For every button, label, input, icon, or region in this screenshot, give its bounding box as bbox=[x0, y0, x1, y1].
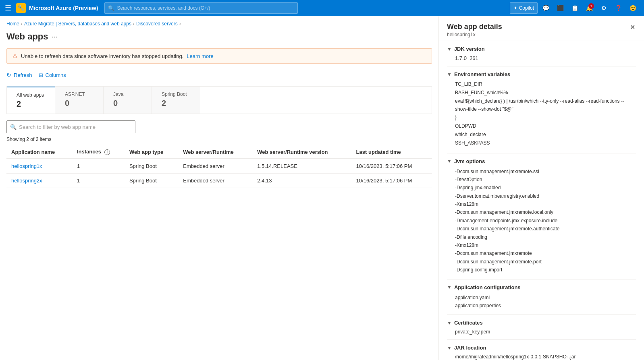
jar-location-section-header[interactable]: ▼ JAR location bbox=[447, 345, 636, 351]
jvm-option-item: -Dspring.jmx.enabled bbox=[455, 184, 636, 192]
cell-app-name[interactable]: hellospring1x bbox=[6, 159, 72, 174]
cell-web-server: Embedded server bbox=[178, 174, 252, 188]
app-configs-section-title: Application configurations bbox=[454, 284, 521, 290]
jvm-option-item: -Xmx128m bbox=[455, 241, 636, 249]
showing-count: Showing 2 of 2 items bbox=[6, 137, 432, 142]
jvm-option-item: -Dcom.sun.management.jmxremote.ssl bbox=[455, 168, 636, 176]
notifications-button[interactable]: 🔔 1 bbox=[583, 2, 596, 14]
search-input[interactable] bbox=[19, 124, 132, 130]
app-config-item: application.properties bbox=[455, 302, 636, 310]
warning-banner: ⚠ Unable to refresh data since software … bbox=[6, 48, 432, 64]
copilot-button[interactable]: ✦ Copilot bbox=[510, 2, 538, 14]
env-vars-section: ▼ Environment variables TC_LIB_DIRBASH_F… bbox=[447, 66, 636, 153]
cell-web-app-type: Spring Boot bbox=[125, 159, 178, 174]
category-java[interactable]: Java 0 bbox=[104, 87, 152, 114]
jdk-section: ▼ JDK version 1.7.0_261 bbox=[447, 41, 636, 66]
jdk-version-value: 1.7.0_261 bbox=[455, 55, 636, 61]
jvm-option-item: -Dspring.config.import bbox=[455, 266, 636, 274]
jvm-option-item: -Dcom.sun.management.jmxremote.authentic… bbox=[455, 225, 636, 233]
cell-last-updated: 10/16/2023, 5:17:06 PM bbox=[351, 159, 432, 174]
app-configs-list: application.yamlapplication.properties bbox=[455, 294, 636, 310]
jar-location-chevron-icon: ▼ bbox=[447, 345, 452, 351]
certificate-item: private_key.pem bbox=[455, 329, 636, 335]
web-apps-table: Application name Instances i Web app typ… bbox=[6, 145, 432, 188]
category-java-count: 0 bbox=[113, 99, 142, 108]
env-var-item: eval ${which_declare} ) | /usr/bin/which… bbox=[455, 97, 636, 113]
close-panel-button[interactable]: ✕ bbox=[629, 23, 636, 32]
cell-app-name[interactable]: hellospring2x bbox=[6, 174, 72, 188]
env-vars-chevron-icon: ▼ bbox=[447, 72, 452, 77]
feedback-button[interactable]: 💬 bbox=[539, 2, 552, 14]
env-var-item: OLDPWD bbox=[455, 122, 636, 130]
certificates-section-header[interactable]: ▼ Certificates bbox=[447, 320, 636, 326]
topbar: ☰ 🔧 Microsoft Azure (Preview) 🔍 ✦ Copilo… bbox=[0, 0, 644, 16]
feedback-smile-button[interactable]: 😊 bbox=[626, 2, 639, 14]
learn-more-link[interactable]: Learn more bbox=[187, 53, 213, 59]
search-icon: 🔍 bbox=[108, 5, 114, 11]
cloud-shell-button[interactable]: ⬛ bbox=[554, 2, 567, 14]
app-name-link[interactable]: hellospring1x bbox=[11, 163, 42, 169]
breadcrumb-home[interactable]: Home bbox=[6, 21, 19, 27]
cell-runtime-version: 1.5.14.RELEASE bbox=[252, 159, 351, 174]
col-app-name[interactable]: Application name bbox=[6, 145, 72, 159]
azure-logo: 🔧 bbox=[16, 3, 26, 13]
certificates-section: ▼ Certificates private_key.pem bbox=[447, 315, 636, 340]
env-var-item: which_declare bbox=[455, 131, 636, 139]
cell-instances: 1 bbox=[72, 174, 125, 188]
columns-button[interactable]: ⊞ Columns bbox=[39, 70, 66, 80]
global-search-input[interactable] bbox=[117, 5, 294, 11]
help-button[interactable]: ❓ bbox=[612, 2, 625, 14]
jdk-section-title: JDK version bbox=[454, 46, 485, 52]
breadcrumb: Home › Azure Migrate | Servers, database… bbox=[6, 16, 432, 30]
app-configs-section-header[interactable]: ▼ Application configurations bbox=[447, 284, 636, 290]
jvm-option-item: -Dcom.sun.management.jmxremote bbox=[455, 249, 636, 257]
jdk-chevron-icon: ▼ bbox=[447, 46, 452, 52]
col-web-server[interactable]: Web server/Runtime bbox=[178, 145, 252, 159]
jar-location-section-title: JAR location bbox=[454, 345, 486, 351]
table-row[interactable]: hellospring1x 1 Spring Boot Embedded ser… bbox=[6, 159, 432, 174]
hamburger-icon[interactable]: ☰ bbox=[5, 4, 11, 12]
topbar-actions: ✦ Copilot 💬 ⬛ 📋 🔔 1 ⚙ ❓ 😊 bbox=[510, 2, 639, 14]
notification-badge: 1 bbox=[588, 3, 594, 9]
jdk-section-header[interactable]: ▼ JDK version bbox=[447, 46, 636, 52]
app-name-link[interactable]: hellospring2x bbox=[11, 178, 42, 184]
table-row[interactable]: hellospring2x 1 Spring Boot Embedded ser… bbox=[6, 174, 432, 188]
directory-button[interactable]: 📋 bbox=[568, 2, 581, 14]
jvm-option-item: -Xms128m bbox=[455, 200, 636, 208]
app-title: Microsoft Azure (Preview) bbox=[29, 5, 98, 11]
instances-info-icon[interactable]: i bbox=[104, 149, 110, 155]
category-springboot[interactable]: Spring Boot 2 bbox=[152, 87, 200, 114]
page-title-more-button[interactable]: ··· bbox=[52, 33, 58, 41]
category-all-web-apps[interactable]: All web apps 2 bbox=[7, 87, 55, 114]
jvm-section-header[interactable]: ▼ Jvm options bbox=[447, 158, 636, 164]
search-box[interactable]: 🔍 bbox=[6, 120, 135, 133]
breadcrumb-discovered-servers[interactable]: Discovered servers bbox=[136, 21, 178, 27]
cell-last-updated: 10/16/2023, 5:17:06 PM bbox=[351, 174, 432, 188]
category-aspnet[interactable]: ASP.NET 0 bbox=[55, 87, 104, 114]
search-icon: 🔍 bbox=[10, 124, 17, 130]
panel-content: ▼ JDK version 1.7.0_261 ▼ Environment va… bbox=[439, 41, 644, 360]
cell-web-server: Embedded server bbox=[178, 159, 252, 174]
warning-text: Unable to refresh data since software in… bbox=[21, 53, 183, 59]
env-var-item: BASH_FUNC_which%% bbox=[455, 89, 636, 97]
category-springboot-label: Spring Boot bbox=[162, 91, 191, 97]
category-all-label: All web apps bbox=[17, 92, 45, 98]
category-aspnet-label: ASP.NET bbox=[65, 91, 93, 97]
cell-runtime-version: 2.4.13 bbox=[252, 174, 351, 188]
page-title: Web apps bbox=[6, 31, 48, 42]
breadcrumb-azure-migrate[interactable]: Azure Migrate | Servers, databases and w… bbox=[24, 21, 131, 27]
col-instances[interactable]: Instances i bbox=[72, 145, 125, 159]
refresh-button[interactable]: ↻ Refresh bbox=[6, 70, 32, 80]
col-last-updated[interactable]: Last updated time bbox=[351, 145, 432, 159]
col-web-app-type[interactable]: Web app type bbox=[125, 145, 178, 159]
panel-title: Web app details bbox=[447, 23, 502, 31]
warning-icon: ⚠ bbox=[12, 53, 18, 59]
col-runtime-version[interactable]: Web server/Runtime version bbox=[252, 145, 351, 159]
copilot-icon: ✦ bbox=[513, 5, 517, 11]
certificates-section-title: Certificates bbox=[454, 320, 483, 326]
global-search-box[interactable]: 🔍 bbox=[104, 2, 298, 14]
env-vars-section-header[interactable]: ▼ Environment variables bbox=[447, 71, 636, 77]
settings-button[interactable]: ⚙ bbox=[597, 2, 610, 14]
toolbar: ↻ Refresh ⊞ Columns bbox=[6, 70, 432, 80]
certificates-chevron-icon: ▼ bbox=[447, 320, 452, 326]
